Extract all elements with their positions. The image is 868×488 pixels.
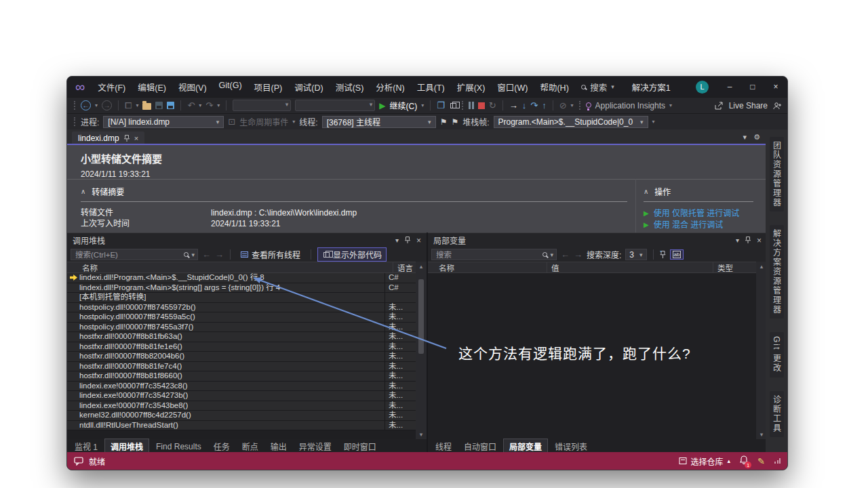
sidebar-tab-诊断工具[interactable]: 诊断工具: [770, 391, 784, 437]
stack-frame-row[interactable]: lindexi.exe!00007ff7c3543be8()未...: [67, 401, 416, 411]
chevron-down-icon[interactable]: ▾: [669, 102, 672, 108]
chevron-down-icon[interactable]: ▾: [550, 251, 553, 258]
navigate-forward-button[interactable]: →: [102, 100, 112, 110]
add-person-icon[interactable]: [773, 102, 782, 110]
live-share-button[interactable]: Live Share: [729, 101, 768, 110]
window-layout-icon[interactable]: [450, 103, 456, 108]
flag-icon[interactable]: ⚑: [440, 117, 448, 127]
stack-frame-row[interactable]: ntdll.dll!RtlUserThreadStart()未...: [67, 421, 416, 431]
collapse-icon[interactable]: ∧: [81, 188, 85, 195]
panel-tab-错误列表[interactable]: 错误列表: [549, 439, 593, 453]
close-tab-icon[interactable]: ×: [134, 134, 138, 142]
open-file-button[interactable]: [142, 103, 151, 110]
action-link-使用 仅限托管 进行调试[interactable]: ▶使用 仅限托管 进行调试: [644, 209, 753, 218]
menu-item-Git(G)[interactable]: Git(G): [213, 81, 248, 94]
stack-frame-row[interactable]: hostfxr.dll!00007ff8b81fb63a()未...: [67, 332, 416, 342]
sidebar-tab-团队资源管理器[interactable]: 团队资源管理器: [770, 137, 784, 211]
call-stack-search-input[interactable]: [74, 250, 181, 260]
action-link-使用 混合 进行调试[interactable]: ▶使用 混合 进行调试: [644, 220, 753, 230]
close-button[interactable]: ×: [764, 79, 787, 94]
chevron-down-icon[interactable]: ▾: [199, 102, 201, 108]
column-name[interactable]: 名称: [428, 262, 454, 273]
feedback-icon[interactable]: [74, 457, 83, 466]
stack-frame-row[interactable]: hostpolicy.dll!00007ff87455a3f7()未...: [67, 323, 416, 333]
breakpoints-disabled-icon[interactable]: ⊘: [559, 101, 567, 110]
stack-frame-row[interactable]: lindexi.dll!Program.<Main>$.__StupidCode…: [67, 273, 416, 283]
close-icon[interactable]: ×: [757, 236, 762, 245]
stack-frame-row[interactable]: hostpolicy.dll!00007ff87455972b()未...: [67, 303, 416, 313]
panel-tab-Find Results[interactable]: Find Results: [151, 441, 207, 453]
titlebar-search[interactable]: 搜索 ▾: [576, 81, 620, 94]
sidebar-tab-Git 更改[interactable]: Git 更改: [770, 332, 784, 378]
chevron-down-icon[interactable]: ▾: [191, 251, 195, 258]
chevron-down-icon[interactable]: ▾: [571, 102, 574, 108]
continue-icon[interactable]: ▶: [379, 101, 385, 110]
stack-frame-row[interactable]: hostfxr.dll!00007ff8b82004b6()未...: [67, 352, 416, 362]
toolbar-grip[interactable]: [579, 101, 580, 110]
save-all-button[interactable]: [167, 102, 174, 109]
select-repository-button[interactable]: 选择仓库 ▴: [679, 455, 731, 467]
tab-list-chevron-icon[interactable]: ▾: [743, 133, 747, 142]
document-tab[interactable]: lindexi.dmp ×: [72, 131, 144, 145]
column-type[interactable]: 类型: [713, 262, 733, 272]
chevron-down-icon[interactable]: ▾: [421, 102, 424, 108]
column-language[interactable]: 语言: [393, 262, 413, 272]
back-button[interactable]: ←: [202, 249, 211, 260]
pin-values-icon[interactable]: [660, 251, 666, 259]
menu-item-分析(N)[interactable]: 分析(N): [370, 81, 410, 94]
menu-item-测试(S)[interactable]: 测试(S): [330, 81, 370, 94]
pin-icon[interactable]: [405, 237, 410, 244]
step-out-button[interactable]: ↑: [542, 101, 547, 110]
forward-button[interactable]: →: [574, 249, 583, 260]
show-raw-text-toggle[interactable]: ab: [670, 249, 684, 260]
collapse-icon[interactable]: ∧: [644, 188, 648, 195]
flag-between-icon[interactable]: ⚑: [451, 117, 458, 127]
show-next-statement-button[interactable]: →: [509, 101, 518, 110]
stack-frame-row[interactable]: hostfxr.dll!00007ff8b81f8660()未...: [67, 371, 416, 382]
stack-frame-row[interactable]: [本机到托管的转换]: [67, 293, 416, 303]
menu-item-视图(V)[interactable]: 视图(V): [172, 81, 213, 94]
pin-icon[interactable]: [745, 237, 751, 244]
column-name[interactable]: 名称: [67, 262, 98, 273]
panel-tab-即时窗口[interactable]: 即时窗口: [338, 439, 382, 453]
back-button[interactable]: ←: [561, 249, 570, 260]
gear-icon[interactable]: ⚙: [753, 133, 760, 142]
sidebar-tab-解决方案资源管理器[interactable]: 解决方案资源管理器: [770, 225, 784, 319]
panel-tab-自动窗口[interactable]: 自动窗口: [458, 439, 502, 453]
stack-frame-row[interactable]: lindexi.exe!00007ff7c354273b()未...: [67, 391, 416, 401]
thread-dropdown[interactable]: [36768] 主线程 ▾: [322, 116, 436, 128]
toolbar-grip[interactable]: [74, 117, 75, 126]
minimize-button[interactable]: –: [718, 79, 741, 94]
redo-button[interactable]: ↷: [205, 101, 213, 110]
menu-item-调试(D)[interactable]: 调试(D): [288, 81, 329, 94]
stop-debugging-button[interactable]: [478, 102, 485, 109]
stack-frame-row[interactable]: lindexi.exe!00007ff7c35423c8()未...: [67, 382, 416, 392]
pen-icon[interactable]: ✎: [757, 456, 765, 466]
pin-icon[interactable]: [124, 135, 130, 142]
stack-frame-row[interactable]: lindexi.dll!Program.<Main>$(string[] arg…: [67, 283, 416, 293]
menu-item-帮助(H)[interactable]: 帮助(H): [534, 81, 574, 94]
forward-button[interactable]: →: [215, 249, 224, 260]
chevron-down-icon[interactable]: ▾: [217, 102, 220, 108]
column-value[interactable]: 值: [547, 262, 559, 272]
application-insights-button[interactable]: Application Insights: [595, 101, 665, 110]
menu-item-工具(T)[interactable]: 工具(T): [411, 81, 451, 94]
search-depth-dropdown[interactable]: 3 ▾: [625, 249, 646, 260]
new-project-icon[interactable]: ⧠: [125, 101, 132, 110]
panel-tab-任务[interactable]: 任务: [208, 439, 235, 453]
pause-button[interactable]: [469, 102, 474, 109]
stack-frame-row[interactable]: hostpolicy.dll!00007ff874559a5c()未...: [67, 312, 416, 323]
chevron-down-icon[interactable]: ▾: [136, 102, 138, 108]
menu-item-编辑(E)[interactable]: 编辑(E): [132, 81, 172, 94]
call-stack-scrollbar[interactable]: ▴ ▾: [416, 262, 427, 439]
menu-item-扩展(X)[interactable]: 扩展(X): [451, 81, 492, 94]
platform-dropdown[interactable]: [295, 100, 375, 111]
stack-frame-dropdown[interactable]: Program.<Main>$.__StupidCode|0_0 ▾: [494, 116, 648, 128]
view-all-threads-button[interactable]: 查看所有线程: [237, 248, 304, 261]
notifications-button[interactable]: 1: [740, 455, 748, 466]
navigate-back-button[interactable]: ←: [81, 100, 91, 110]
stack-frame-row[interactable]: kernel32.dll!00007ff8c4d2257d()未...: [67, 411, 416, 421]
panel-tab-监视 1[interactable]: 监视 1: [69, 439, 103, 453]
window-menu-icon[interactable]: ▾: [736, 237, 739, 244]
process-dropdown[interactable]: [N/A] lindexi.dmp ▾: [103, 116, 224, 128]
